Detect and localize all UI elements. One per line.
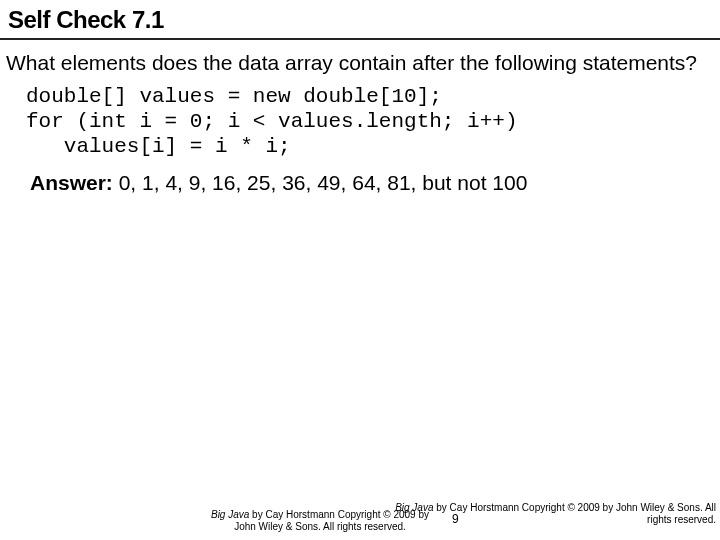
footer-right-book: Big Java <box>395 502 433 513</box>
answer-label: Answer: <box>30 171 113 194</box>
footer-right: Big Java by Cay Horstmann Copyright © 20… <box>386 502 716 526</box>
title-divider <box>0 38 720 40</box>
answer-line: Answer: 0, 1, 4, 9, 16, 25, 36, 49, 64, … <box>0 171 720 195</box>
slide-title: Self Check 7.1 <box>0 6 720 38</box>
answer-text: 0, 1, 4, 9, 16, 25, 36, 49, 64, 81, but … <box>113 171 527 194</box>
footer-left-book: Big Java <box>211 509 249 520</box>
footer-right-rest: by Cay Horstmann Copyright © 2009 by Joh… <box>434 502 717 525</box>
code-block: double[] values = new double[10]; for (i… <box>0 85 720 171</box>
question-text: What elements does the data array contai… <box>0 50 720 85</box>
slide: Self Check 7.1 What elements does the da… <box>0 0 720 540</box>
